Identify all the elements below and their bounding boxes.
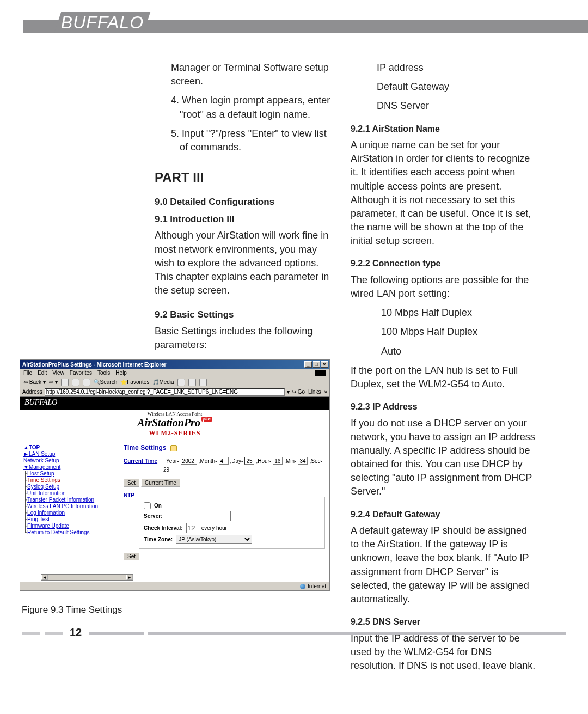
forward-button[interactable]: ⇨ ▾ [49, 379, 58, 385]
sec-row [162, 466, 325, 473]
current-time-button[interactable]: Current Time [141, 479, 180, 487]
help-icon[interactable] [159, 458, 164, 463]
nav-syslog[interactable]: ├Syslog Setup [23, 484, 115, 490]
back-button[interactable]: ⇦ Back ▾ [23, 379, 46, 385]
h-925: 9.2.5 DNS Server [351, 616, 536, 628]
ie-addressbar[interactable]: Address ▾ ↪ Go Links » [20, 387, 329, 397]
p922-item-2: Auto [381, 345, 536, 358]
menu-view[interactable]: View [52, 370, 64, 376]
history-icon[interactable] [177, 379, 185, 386]
ie-viewport: BUFFALO Wireless LAN Access Point AirSta… [20, 397, 329, 582]
scroll-right-icon[interactable]: ► [126, 575, 133, 580]
nav-top[interactable]: ▲TOP [23, 444, 115, 450]
sec-input[interactable] [162, 466, 171, 473]
nav-item-8[interactable]: Firmware Update [27, 523, 69, 529]
top-item-2: DNS Server [351, 99, 536, 113]
nav-unit-info[interactable]: ├Unit Information [23, 490, 115, 496]
sec-label: ,Sec- [309, 458, 322, 464]
nav-top-link[interactable]: ▲TOP [23, 444, 40, 450]
links-chevron-icon[interactable]: » [324, 389, 327, 395]
nav-item-3[interactable]: Unit Information [27, 490, 66, 496]
ie-title: AirStationProPlus Settings - Microsoft I… [22, 362, 166, 368]
nav-log-info[interactable]: ├Log information [23, 510, 115, 516]
links-button[interactable]: Links [307, 389, 322, 395]
minimize-button[interactable]: _ [304, 361, 312, 368]
home-icon[interactable] [83, 379, 90, 386]
search-button[interactable]: 🔍Search [94, 379, 118, 385]
current-time-label: Current Time [124, 458, 157, 464]
close-button[interactable]: × [321, 361, 328, 368]
scroll-left-icon[interactable]: ◄ [41, 575, 48, 580]
panel-title: Time Settings [124, 444, 325, 451]
print-icon[interactable] [199, 379, 207, 386]
nav-item-7[interactable]: Ping Test [27, 516, 50, 522]
nav-net-link[interactable]: Network Setup [23, 457, 59, 463]
nav-mgmt-link[interactable]: ▼Management [23, 464, 60, 470]
nav-defaults[interactable]: └Return to Default Settings [23, 529, 115, 535]
menu-tools[interactable]: Tools [97, 370, 110, 376]
nav-host-setup[interactable]: ├Host Setup [23, 471, 115, 477]
ie-titlebar[interactable]: AirStationProPlus Settings - Microsoft I… [20, 360, 329, 369]
h-922: 9.2.2 Connection type [351, 258, 536, 270]
h-921: 9.2.1 AirStation Name [351, 123, 536, 135]
p922-item-0: 10 Mbps Half Duplex [381, 306, 536, 320]
set-row-2: Set [124, 552, 325, 560]
nav-transfer-packet[interactable]: ├Transfer Packet Information [23, 497, 115, 503]
nav-item-6[interactable]: Log information [27, 510, 65, 516]
year-input[interactable] [181, 457, 197, 465]
favorites-button[interactable]: ⭐Favorites [120, 379, 149, 385]
stop-icon[interactable] [61, 379, 69, 386]
set-button-1[interactable]: Set [124, 479, 139, 487]
nav-lan-link[interactable]: ►LAN Setup [23, 451, 55, 457]
nav-item-1[interactable]: Time Settings [27, 477, 60, 483]
nav-network-setup[interactable]: Network Setup [23, 457, 115, 463]
sec-9-1: 9.1 Introduction III [155, 213, 331, 226]
ie-toolbar[interactable]: ⇦ Back ▾ ⇨ ▾ 🔍Search ⭐Favorites 🎵Media [20, 377, 329, 387]
refresh-icon[interactable] [72, 379, 79, 386]
figure-caption: Figure 9.3 Time Settings [22, 605, 122, 615]
menu-help[interactable]: Help [115, 370, 127, 376]
nav-firmware[interactable]: ├Firmware Update [23, 523, 115, 529]
page-header: BUFFALO [0, 0, 588, 34]
nav-ping-test[interactable]: ├Ping Test [23, 516, 115, 522]
nav-item-4[interactable]: Transfer Packet Information [27, 497, 94, 503]
nav-time-settings[interactable]: ├Time Settings [23, 477, 115, 483]
every-hour-label: every hour [201, 525, 227, 531]
set-button-2[interactable]: Set [124, 552, 139, 560]
nav-item-5[interactable]: Wireless LAN PC Information [27, 503, 98, 509]
part-heading: PART III [155, 168, 331, 187]
address-input[interactable] [45, 388, 285, 396]
min-input[interactable] [298, 457, 308, 465]
ie-menubar[interactable]: File Edit View Favorites Tools Help [20, 369, 329, 377]
back-label: Back [29, 379, 41, 385]
mail-icon[interactable] [188, 379, 196, 386]
check-input[interactable] [186, 523, 198, 533]
ntp-on-row: On [144, 502, 320, 509]
nav-item-2[interactable]: Syslog Setup [27, 484, 59, 490]
server-input[interactable] [166, 511, 231, 521]
go-button[interactable]: ↪ Go [292, 389, 305, 395]
ntp-on-checkbox[interactable] [144, 502, 151, 509]
check-label: Check Interval: [144, 525, 183, 531]
hour-input[interactable] [273, 457, 283, 465]
window-controls: _ □ × [304, 361, 328, 368]
media-button[interactable]: 🎵Media [152, 379, 174, 385]
ie-window: AirStationProPlus Settings - Microsoft I… [20, 359, 330, 591]
nav-management[interactable]: ▼Management [23, 464, 115, 470]
menu-favorites[interactable]: Favorites [70, 370, 92, 376]
menu-file[interactable]: File [23, 370, 32, 376]
help-icon[interactable] [170, 445, 177, 451]
nav-item-0[interactable]: Host Setup [27, 471, 54, 477]
nav-horizontal-scrollbar[interactable]: ◄ ► [41, 574, 133, 581]
maximize-button[interactable]: □ [313, 361, 320, 368]
addr-dropdown-icon[interactable]: ▾ [287, 389, 290, 395]
nav-wlan-pc-info[interactable]: ├Wireless LAN PC Information [23, 503, 115, 509]
nav-item-9[interactable]: Return to Default Settings [27, 529, 90, 535]
day-input[interactable] [244, 457, 254, 465]
server-label: Server: [144, 513, 162, 519]
month-input[interactable] [219, 457, 229, 465]
tz-select[interactable]: JP (Asia/Tokyo) [176, 535, 252, 544]
menu-edit[interactable]: Edit [38, 370, 47, 376]
top-item-1: Default Gateway [351, 80, 536, 94]
nav-lan-setup[interactable]: ►LAN Setup [23, 451, 115, 457]
